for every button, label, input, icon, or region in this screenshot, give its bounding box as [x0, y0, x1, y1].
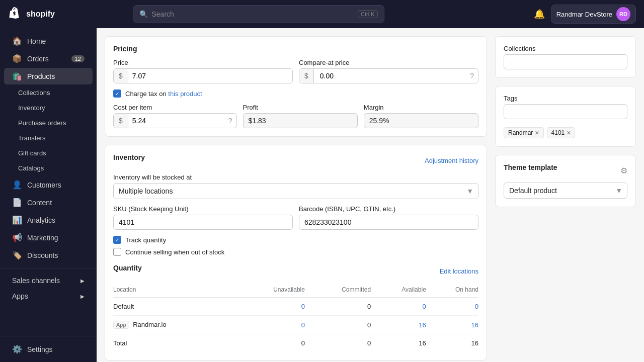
- search-bar[interactable]: 🔍 Ctrl K: [133, 5, 384, 23]
- unavailable-link[interactable]: 0: [301, 303, 305, 310]
- sidebar-item-label: Gift cards: [18, 149, 46, 157]
- charge-tax-checkbox[interactable]: [113, 89, 121, 98]
- tags-card: Tags Randmar × 4101 ×: [495, 86, 636, 147]
- unavailable-link[interactable]: 0: [301, 321, 305, 329]
- sidebar-item-customers[interactable]: 👤 Customers: [4, 176, 93, 193]
- sidebar-item-orders[interactable]: 📦 Orders 12: [4, 50, 93, 67]
- search-input[interactable]: [152, 10, 354, 18]
- home-icon: 🏠: [12, 36, 22, 46]
- sku-input[interactable]: [113, 215, 293, 230]
- tag-remove-button[interactable]: ×: [567, 129, 571, 136]
- tag-label: Randmar: [508, 129, 533, 136]
- compare-prefix: $: [299, 69, 314, 83]
- inventory-title: Inventory: [113, 153, 145, 161]
- notifications-icon[interactable]: 🔔: [534, 9, 545, 20]
- sidebar-sales-channels[interactable]: Sales channels ▶: [4, 273, 93, 288]
- price-label: Price: [113, 59, 293, 66]
- this-product-link[interactable]: this product: [168, 90, 202, 98]
- cost-prefix: $: [114, 114, 128, 128]
- on-hand-link[interactable]: 0: [475, 303, 478, 310]
- unavailable-cell: 0: [233, 298, 305, 316]
- sidebar-item-home[interactable]: 🏠 Home: [4, 33, 93, 49]
- sidebar-item-purchase-orders[interactable]: Purchase orders: [10, 116, 93, 130]
- compare-input[interactable]: [316, 69, 464, 83]
- total-committed: 0: [305, 334, 371, 352]
- price-field: Price $: [113, 59, 293, 83]
- sidebar-item-label: Transfers: [18, 134, 45, 142]
- sidebar-item-label: Catalogs: [18, 164, 44, 172]
- tag-randmar: Randmar ×: [504, 127, 544, 138]
- sidebar-item-label: Content: [27, 199, 52, 207]
- available-link[interactable]: 16: [419, 321, 426, 329]
- sidebar-item-products[interactable]: 🛍️ Products: [4, 68, 93, 84]
- col-committed: Committed: [305, 282, 371, 298]
- compare-label: Compare-at price: [299, 59, 478, 66]
- sidebar-item-catalogs[interactable]: Catalogs: [10, 161, 93, 175]
- theme-template-card: Theme template ⚙ Default product Custom …: [495, 155, 636, 207]
- sidebar-item-label: Products: [27, 72, 55, 80]
- sku-label: SKU (Stock Keeping Unit): [113, 205, 293, 213]
- total-available: 16: [371, 334, 426, 352]
- content-icon: 📄: [12, 198, 22, 207]
- sidebar-item-transfers[interactable]: Transfers: [10, 131, 93, 145]
- sidebar-apps[interactable]: Apps ▶: [4, 289, 93, 304]
- search-shortcut: Ctrl K: [358, 10, 378, 18]
- store-button[interactable]: Randmar DevStore RD: [551, 5, 636, 24]
- available-link[interactable]: 0: [423, 303, 426, 310]
- chevron-right-icon: ▶: [80, 294, 85, 299]
- compare-info-button[interactable]: ?: [466, 72, 478, 80]
- settings-icon: ⚙️: [12, 344, 22, 354]
- continue-selling-checkbox[interactable]: [113, 248, 121, 256]
- col-location: Location: [113, 282, 233, 298]
- sidebar-item-label: Orders: [27, 55, 49, 63]
- track-quantity-checkbox[interactable]: [113, 236, 121, 244]
- barcode-field: Barcode (ISBN, UPC, GTIN, etc.): [299, 205, 478, 230]
- sidebar-item-analytics[interactable]: 📊 Analytics: [4, 212, 93, 228]
- sidebar-item-discounts[interactable]: 🏷️ Discounts: [4, 247, 93, 263]
- theme-template-select[interactable]: Default product Custom template: [504, 183, 627, 199]
- stocked-at-select[interactable]: Multiple locations Single location: [113, 183, 478, 199]
- track-quantity-row: Track quantity: [113, 236, 478, 244]
- profit-field: Profit: [243, 104, 358, 128]
- charge-tax-label: Charge tax on this product: [125, 90, 202, 98]
- stocked-at-select-wrapper: Multiple locations Single location ▼: [113, 183, 478, 199]
- tags-input[interactable]: [504, 104, 627, 119]
- sidebar-item-collections[interactable]: Collections: [10, 85, 93, 100]
- margin-field: Margin: [364, 104, 478, 128]
- sidebar-item-settings[interactable]: ⚙️ Settings: [4, 341, 93, 357]
- sidebar-item-inventory[interactable]: Inventory: [10, 101, 93, 115]
- store-name: Randmar DevStore: [556, 11, 612, 18]
- logo: shopify: [8, 7, 55, 21]
- topnav: shopify 🔍 Ctrl K 🔔 Randmar DevStore RD: [0, 0, 644, 28]
- tag-remove-button[interactable]: ×: [535, 129, 539, 136]
- barcode-input[interactable]: [299, 215, 478, 230]
- sidebar-item-label: Sales channels: [12, 277, 60, 285]
- track-quantity-label: Track quantity: [125, 236, 166, 244]
- app-badge: App: [113, 321, 129, 329]
- edit-locations-link[interactable]: Edit locations: [440, 267, 478, 275]
- barcode-label: Barcode (ISBN, UPC, GTIN, etc.): [299, 205, 478, 213]
- theme-settings-icon[interactable]: ⚙: [620, 166, 627, 175]
- sidebar-item-content[interactable]: 📄 Content: [4, 194, 93, 211]
- orders-icon: 📦: [12, 54, 22, 63]
- adjustment-history-link[interactable]: Adjustment history: [425, 157, 478, 164]
- theme-template-select-wrapper: Default product Custom template ▼: [504, 183, 627, 199]
- sidebar-item-marketing[interactable]: 📢 Marketing: [4, 229, 93, 246]
- on-hand-link[interactable]: 16: [471, 321, 478, 329]
- total-unavailable: 0: [233, 334, 305, 352]
- quantity-table: Location Unavailable Committed Available…: [113, 282, 478, 352]
- topnav-right: 🔔 Randmar DevStore RD: [534, 5, 636, 24]
- total-label: Total: [113, 334, 233, 352]
- continue-selling-label: Continue selling when out of stock: [125, 248, 224, 256]
- sidebar-item-gift-cards[interactable]: Gift cards: [10, 146, 93, 160]
- price-prefix: $: [114, 69, 128, 83]
- price-input[interactable]: [128, 69, 292, 83]
- collections-label: Collections: [504, 45, 627, 52]
- collections-input[interactable]: [504, 54, 627, 69]
- available-cell: 0: [371, 298, 426, 316]
- sidebar-item-label: Inventory: [18, 104, 45, 112]
- chevron-right-icon: ▶: [80, 278, 85, 284]
- cost-info-button[interactable]: ?: [224, 117, 236, 125]
- cost-input[interactable]: [128, 114, 224, 128]
- total-row: Total 0 0 16 16: [113, 334, 478, 352]
